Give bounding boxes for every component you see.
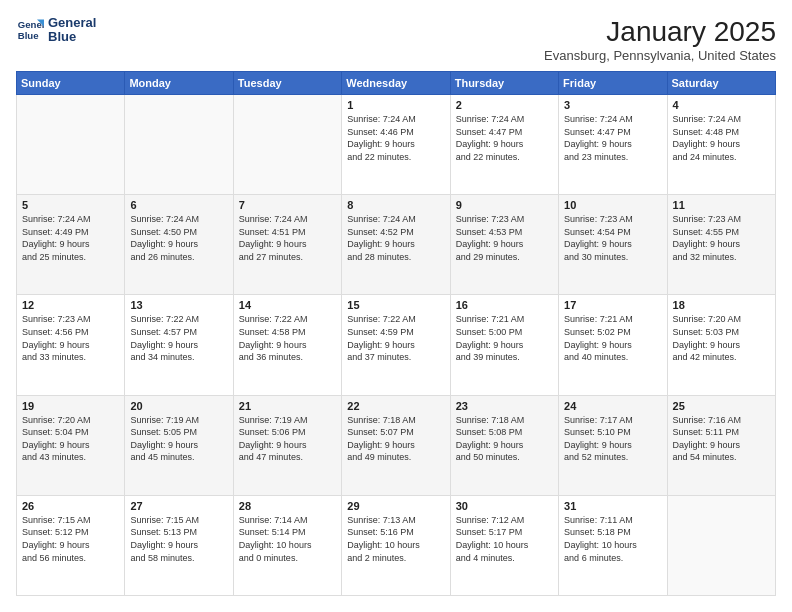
- day-number: 12: [22, 299, 119, 311]
- day-number: 31: [564, 500, 661, 512]
- calendar-cell: 6Sunrise: 7:24 AM Sunset: 4:50 PM Daylig…: [125, 195, 233, 295]
- logo-text: General Blue: [48, 16, 96, 45]
- calendar-week-2: 5Sunrise: 7:24 AM Sunset: 4:49 PM Daylig…: [17, 195, 776, 295]
- header-row: SundayMondayTuesdayWednesdayThursdayFrid…: [17, 72, 776, 95]
- calendar-cell: 26Sunrise: 7:15 AM Sunset: 5:12 PM Dayli…: [17, 495, 125, 595]
- day-number: 29: [347, 500, 444, 512]
- day-number: 3: [564, 99, 661, 111]
- logo-icon: General Blue: [16, 16, 44, 44]
- day-number: 28: [239, 500, 336, 512]
- day-detail: Sunrise: 7:20 AM Sunset: 5:04 PM Dayligh…: [22, 414, 119, 464]
- day-detail: Sunrise: 7:18 AM Sunset: 5:08 PM Dayligh…: [456, 414, 553, 464]
- main-title: January 2025: [544, 16, 776, 48]
- day-detail: Sunrise: 7:24 AM Sunset: 4:48 PM Dayligh…: [673, 113, 770, 163]
- calendar-cell: [233, 95, 341, 195]
- day-number: 4: [673, 99, 770, 111]
- day-detail: Sunrise: 7:12 AM Sunset: 5:17 PM Dayligh…: [456, 514, 553, 564]
- day-number: 25: [673, 400, 770, 412]
- day-detail: Sunrise: 7:20 AM Sunset: 5:03 PM Dayligh…: [673, 313, 770, 363]
- day-detail: Sunrise: 7:23 AM Sunset: 4:56 PM Dayligh…: [22, 313, 119, 363]
- day-detail: Sunrise: 7:23 AM Sunset: 4:55 PM Dayligh…: [673, 213, 770, 263]
- day-number: 20: [130, 400, 227, 412]
- calendar-cell: 29Sunrise: 7:13 AM Sunset: 5:16 PM Dayli…: [342, 495, 450, 595]
- calendar-week-4: 19Sunrise: 7:20 AM Sunset: 5:04 PM Dayli…: [17, 395, 776, 495]
- day-detail: Sunrise: 7:24 AM Sunset: 4:47 PM Dayligh…: [456, 113, 553, 163]
- day-number: 24: [564, 400, 661, 412]
- col-header-friday: Friday: [559, 72, 667, 95]
- calendar-week-1: 1Sunrise: 7:24 AM Sunset: 4:46 PM Daylig…: [17, 95, 776, 195]
- calendar-cell: 15Sunrise: 7:22 AM Sunset: 4:59 PM Dayli…: [342, 295, 450, 395]
- col-header-tuesday: Tuesday: [233, 72, 341, 95]
- subtitle: Evansburg, Pennsylvania, United States: [544, 48, 776, 63]
- day-number: 6: [130, 199, 227, 211]
- day-detail: Sunrise: 7:24 AM Sunset: 4:50 PM Dayligh…: [130, 213, 227, 263]
- calendar-table: SundayMondayTuesdayWednesdayThursdayFrid…: [16, 71, 776, 596]
- day-detail: Sunrise: 7:22 AM Sunset: 4:57 PM Dayligh…: [130, 313, 227, 363]
- day-number: 11: [673, 199, 770, 211]
- calendar-cell: 14Sunrise: 7:22 AM Sunset: 4:58 PM Dayli…: [233, 295, 341, 395]
- calendar-week-5: 26Sunrise: 7:15 AM Sunset: 5:12 PM Dayli…: [17, 495, 776, 595]
- day-number: 1: [347, 99, 444, 111]
- calendar-cell: 12Sunrise: 7:23 AM Sunset: 4:56 PM Dayli…: [17, 295, 125, 395]
- day-detail: Sunrise: 7:24 AM Sunset: 4:49 PM Dayligh…: [22, 213, 119, 263]
- day-number: 16: [456, 299, 553, 311]
- day-number: 13: [130, 299, 227, 311]
- calendar-cell: 17Sunrise: 7:21 AM Sunset: 5:02 PM Dayli…: [559, 295, 667, 395]
- calendar-cell: [667, 495, 775, 595]
- day-detail: Sunrise: 7:21 AM Sunset: 5:00 PM Dayligh…: [456, 313, 553, 363]
- day-detail: Sunrise: 7:24 AM Sunset: 4:51 PM Dayligh…: [239, 213, 336, 263]
- svg-text:Blue: Blue: [18, 30, 39, 41]
- logo: General Blue General Blue: [16, 16, 96, 45]
- logo-line2: Blue: [48, 30, 96, 44]
- day-detail: Sunrise: 7:14 AM Sunset: 5:14 PM Dayligh…: [239, 514, 336, 564]
- day-detail: Sunrise: 7:15 AM Sunset: 5:12 PM Dayligh…: [22, 514, 119, 564]
- calendar-cell: 3Sunrise: 7:24 AM Sunset: 4:47 PM Daylig…: [559, 95, 667, 195]
- col-header-wednesday: Wednesday: [342, 72, 450, 95]
- col-header-sunday: Sunday: [17, 72, 125, 95]
- calendar-cell: 10Sunrise: 7:23 AM Sunset: 4:54 PM Dayli…: [559, 195, 667, 295]
- calendar-cell: 28Sunrise: 7:14 AM Sunset: 5:14 PM Dayli…: [233, 495, 341, 595]
- calendar-cell: 25Sunrise: 7:16 AM Sunset: 5:11 PM Dayli…: [667, 395, 775, 495]
- calendar-cell: 18Sunrise: 7:20 AM Sunset: 5:03 PM Dayli…: [667, 295, 775, 395]
- calendar-cell: [17, 95, 125, 195]
- calendar-cell: 16Sunrise: 7:21 AM Sunset: 5:00 PM Dayli…: [450, 295, 558, 395]
- day-detail: Sunrise: 7:19 AM Sunset: 5:05 PM Dayligh…: [130, 414, 227, 464]
- calendar-cell: 1Sunrise: 7:24 AM Sunset: 4:46 PM Daylig…: [342, 95, 450, 195]
- calendar-cell: 8Sunrise: 7:24 AM Sunset: 4:52 PM Daylig…: [342, 195, 450, 295]
- calendar-cell: 2Sunrise: 7:24 AM Sunset: 4:47 PM Daylig…: [450, 95, 558, 195]
- day-number: 22: [347, 400, 444, 412]
- page: General Blue General Blue January 2025 E…: [0, 0, 792, 612]
- day-detail: Sunrise: 7:24 AM Sunset: 4:46 PM Dayligh…: [347, 113, 444, 163]
- calendar-cell: 11Sunrise: 7:23 AM Sunset: 4:55 PM Dayli…: [667, 195, 775, 295]
- calendar-body: 1Sunrise: 7:24 AM Sunset: 4:46 PM Daylig…: [17, 95, 776, 596]
- calendar-cell: 30Sunrise: 7:12 AM Sunset: 5:17 PM Dayli…: [450, 495, 558, 595]
- day-detail: Sunrise: 7:19 AM Sunset: 5:06 PM Dayligh…: [239, 414, 336, 464]
- day-number: 21: [239, 400, 336, 412]
- day-detail: Sunrise: 7:23 AM Sunset: 4:54 PM Dayligh…: [564, 213, 661, 263]
- day-detail: Sunrise: 7:24 AM Sunset: 4:47 PM Dayligh…: [564, 113, 661, 163]
- day-number: 17: [564, 299, 661, 311]
- day-detail: Sunrise: 7:16 AM Sunset: 5:11 PM Dayligh…: [673, 414, 770, 464]
- header: General Blue General Blue January 2025 E…: [16, 16, 776, 63]
- calendar-cell: 7Sunrise: 7:24 AM Sunset: 4:51 PM Daylig…: [233, 195, 341, 295]
- calendar-cell: 9Sunrise: 7:23 AM Sunset: 4:53 PM Daylig…: [450, 195, 558, 295]
- day-number: 10: [564, 199, 661, 211]
- day-number: 27: [130, 500, 227, 512]
- calendar-cell: 5Sunrise: 7:24 AM Sunset: 4:49 PM Daylig…: [17, 195, 125, 295]
- day-detail: Sunrise: 7:24 AM Sunset: 4:52 PM Dayligh…: [347, 213, 444, 263]
- calendar-week-3: 12Sunrise: 7:23 AM Sunset: 4:56 PM Dayli…: [17, 295, 776, 395]
- logo-line1: General: [48, 16, 96, 30]
- day-number: 26: [22, 500, 119, 512]
- day-detail: Sunrise: 7:22 AM Sunset: 4:59 PM Dayligh…: [347, 313, 444, 363]
- day-detail: Sunrise: 7:18 AM Sunset: 5:07 PM Dayligh…: [347, 414, 444, 464]
- day-number: 8: [347, 199, 444, 211]
- calendar-cell: 20Sunrise: 7:19 AM Sunset: 5:05 PM Dayli…: [125, 395, 233, 495]
- day-detail: Sunrise: 7:17 AM Sunset: 5:10 PM Dayligh…: [564, 414, 661, 464]
- day-detail: Sunrise: 7:21 AM Sunset: 5:02 PM Dayligh…: [564, 313, 661, 363]
- day-number: 9: [456, 199, 553, 211]
- day-number: 23: [456, 400, 553, 412]
- title-block: January 2025 Evansburg, Pennsylvania, Un…: [544, 16, 776, 63]
- calendar-cell: 23Sunrise: 7:18 AM Sunset: 5:08 PM Dayli…: [450, 395, 558, 495]
- day-number: 7: [239, 199, 336, 211]
- calendar-cell: 21Sunrise: 7:19 AM Sunset: 5:06 PM Dayli…: [233, 395, 341, 495]
